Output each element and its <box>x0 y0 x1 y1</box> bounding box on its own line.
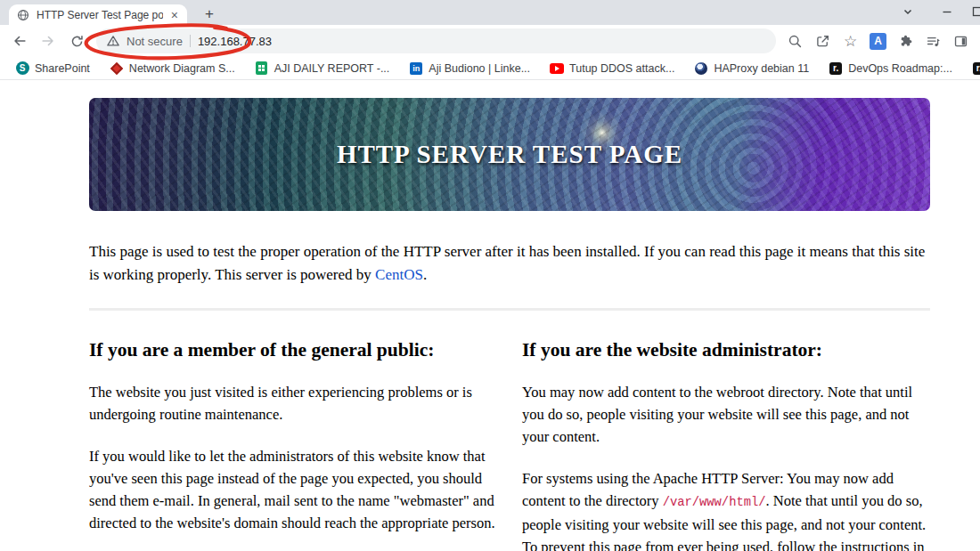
haproxy-icon <box>694 61 708 76</box>
two-column-section: If you are a member of the general publi… <box>89 319 930 551</box>
path-var-www-html: /var/www/html/ <box>663 496 766 509</box>
search-icon[interactable] <box>783 28 807 53</box>
globe-icon <box>16 8 30 22</box>
bookmark-linkedin[interactable]: in Aji Budiono | Linke... <box>399 58 540 79</box>
drawio-icon <box>110 61 124 76</box>
new-tab-button[interactable]: + <box>200 6 219 24</box>
roadmap-icon: r. <box>829 61 843 76</box>
omnibox-divider <box>190 35 191 47</box>
bookmark-star-icon[interactable]: ☆ <box>838 28 862 53</box>
tab-close-icon[interactable]: × <box>169 9 180 21</box>
address-bar[interactable]: Not secure 192.168.77.83 <box>96 28 776 53</box>
sharepoint-icon: S <box>15 61 29 76</box>
not-secure-warning-icon[interactable] <box>107 35 119 47</box>
bookmark-haproxy[interactable]: HAProxy debian 11 <box>684 58 819 79</box>
bookmark-docker-roadmap[interactable]: r. Docker Roadmap -... <box>962 58 980 79</box>
section-divider <box>89 308 930 311</box>
maximize-button[interactable] <box>971 5 980 20</box>
forward-icon[interactable] <box>36 28 61 53</box>
side-panel-icon[interactable] <box>949 28 973 53</box>
minimize-button[interactable] <box>941 5 955 20</box>
security-label[interactable]: Not secure <box>127 35 183 48</box>
youtube-icon <box>550 61 564 76</box>
bookmark-aji-daily-report[interactable]: AJI DAILY REPORT -... <box>245 58 400 79</box>
general-public-column: If you are a member of the general publi… <box>89 319 497 551</box>
share-icon[interactable] <box>811 28 835 53</box>
browser-toolbar: Not secure 192.168.77.83 ☆ A <box>0 25 980 57</box>
extensions-puzzle-icon[interactable] <box>894 28 918 53</box>
translate-icon[interactable]: A <box>866 28 890 53</box>
bookmarks-bar: S SharePoint Network Diagram S... AJI DA… <box>0 57 980 80</box>
tab-search-chevron-icon[interactable] <box>902 5 916 20</box>
public-paragraph-2: If you would like to let the administrat… <box>89 445 497 534</box>
centos-link[interactable]: CentOS <box>375 266 423 283</box>
administrator-column: If you are the website administrator: Yo… <box>522 319 930 551</box>
bookmark-youtube[interactable]: Tutup DDOS attack... <box>540 58 684 79</box>
intro-paragraph: This page is used to test the proper ope… <box>89 240 930 286</box>
public-heading: If you are a member of the general publi… <box>89 339 497 361</box>
tab-title: HTTP Server Test Page powered <box>37 9 163 21</box>
bookmark-network-diagram[interactable]: Network Diagram S... <box>100 58 245 79</box>
tab-strip: HTTP Server Test Page powered × + <box>0 0 980 25</box>
bookmark-devops-roadmap[interactable]: r. DevOps Roadmap:... <box>819 58 962 79</box>
banner-image: HTTP SERVER TEST PAGE <box>89 98 930 211</box>
roadmap-icon: r. <box>972 61 980 76</box>
url-text[interactable]: 192.168.77.83 <box>198 35 272 48</box>
page-content: HTTP SERVER TEST PAGE This page is used … <box>0 80 980 551</box>
browser-tab[interactable]: HTTP Server Test Page powered × <box>9 4 187 25</box>
bookmark-sharepoint[interactable]: S SharePoint <box>5 58 100 79</box>
admin-paragraph-2: For systems using the Apache HTTP Server… <box>522 467 930 551</box>
back-icon[interactable] <box>7 28 32 53</box>
sheets-icon <box>255 61 269 76</box>
banner-title: HTTP SERVER TEST PAGE <box>89 98 930 211</box>
linkedin-icon: in <box>409 61 423 76</box>
reload-icon[interactable] <box>64 28 89 53</box>
media-controls-icon[interactable] <box>921 28 945 53</box>
admin-paragraph-1: You may now add content to the webroot d… <box>522 381 930 448</box>
public-paragraph-1: The website you just visited is either e… <box>89 381 497 425</box>
admin-heading: If you are the website administrator: <box>522 339 930 361</box>
